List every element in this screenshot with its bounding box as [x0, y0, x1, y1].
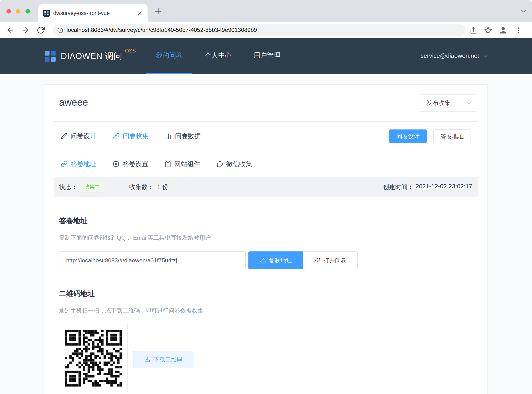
publish-collect-select[interactable]: 发布收集 [419, 95, 477, 112]
window-minimize-button[interactable] [16, 9, 20, 14]
survey-title: aweee [59, 97, 88, 108]
window-close-button[interactable] [6, 9, 11, 14]
tab-survey-design[interactable]: 问卷设计 [61, 132, 96, 141]
qr-description: 通过手机扫一扫，或下载二维码，即可进行问卷数据收集。 [59, 307, 209, 314]
main-nav: 我的问卷 个人中心 用户管理 [146, 38, 293, 74]
tab-survey-data[interactable]: 问卷数据 [165, 132, 201, 141]
download-qr-button[interactable]: 下载二维码 [133, 351, 193, 368]
pencil-icon [61, 133, 68, 140]
answer-url-description: 复制下面的问卷链接到QQ， Email等工具中直接发给被用户 [59, 234, 211, 242]
download-icon [144, 357, 150, 363]
browser-toolbar: localhost:8083/#/dw/survey/c/url/c98fa14… [0, 22, 532, 38]
reload-icon[interactable] [37, 26, 45, 34]
brand-logo-icon [44, 50, 56, 62]
tab-close-icon[interactable] [137, 10, 143, 16]
survey-tabs: 问卷设计 问卷收集 问卷数据 [61, 127, 201, 146]
qr-code-container [59, 324, 128, 392]
qr-code [65, 330, 122, 387]
site-info-icon[interactable] [57, 27, 63, 33]
divider [54, 121, 478, 122]
select-chevron-icon [466, 100, 472, 106]
tab-survey-collect[interactable]: 问卷收集 [113, 132, 149, 141]
page-background: aweee 发布收集 问卷设计 问卷收集 问卷数据 [0, 74, 532, 394]
answer-url-button[interactable]: 答卷地址 [433, 130, 471, 143]
created-time: 创建时间： 2021-12-02 23:02:17 [383, 183, 472, 191]
brand-logo[interactable]: DIAOWEN 调问 OSS [44, 38, 136, 74]
brand-name: DIAOWEN 调问 [61, 51, 122, 62]
address-bar[interactable]: localhost:8083/#/dw/survey/c/url/c98fa14… [53, 24, 465, 36]
nav-item-personal-center[interactable]: 个人中心 [195, 38, 241, 74]
open-survey-button[interactable]: 打开问卷 [303, 251, 358, 269]
divider [54, 150, 478, 150]
window-zoom-button[interactable] [25, 9, 30, 14]
browser-tab[interactable]: dwsurvey-oss-front-vue [38, 4, 148, 22]
status-bar: 状态： 收集中 收集数： 1 份 创建时间： 2021-12-02 23:02:… [54, 177, 478, 197]
bar-chart-icon [165, 133, 172, 140]
gear-icon [113, 161, 119, 167]
account-menu[interactable]: service@diaowen.net [420, 38, 489, 74]
clipboard-icon [165, 161, 171, 167]
nav-item-my-surveys[interactable]: 我的问卷 [146, 38, 192, 74]
survey-url-input[interactable] [59, 251, 246, 269]
account-chevron-icon [483, 53, 489, 59]
collect-subtabs: 答卷地址 答卷设置 网站组件 微信收集 [61, 156, 252, 171]
browser-window: dwsurvey-oss-front-vue localhost:8083/#/… [0, 0, 532, 394]
nav-item-user-management[interactable]: 用户管理 [244, 38, 290, 74]
link-icon [113, 133, 120, 140]
chat-bubble-icon [217, 161, 223, 167]
design-survey-button[interactable]: 问卷设计 [389, 130, 427, 143]
share-icon[interactable] [470, 26, 477, 34]
brand-badge: OSS [125, 48, 136, 54]
browser-tabstrip: dwsurvey-oss-front-vue [0, 0, 532, 22]
url-text: localhost:8083/#/dw/survey/c/url/c98fa14… [67, 27, 257, 33]
status-label: 状态： [59, 183, 77, 191]
toolbar-right [470, 26, 522, 35]
new-tab-button[interactable] [153, 6, 163, 16]
app-header: DIAOWEN 调问 OSS 我的问卷 个人中心 用户管理 service@di… [0, 38, 532, 74]
forward-icon[interactable] [21, 26, 30, 34]
bookmark-star-icon[interactable] [484, 26, 492, 34]
survey-card: aweee 发布收集 问卷设计 问卷收集 问卷数据 [44, 84, 488, 394]
copy-url-button[interactable]: 复制地址 [248, 251, 303, 269]
back-icon[interactable] [6, 26, 14, 34]
subtab-answer-settings[interactable]: 答卷设置 [113, 160, 148, 168]
subtab-site-widget[interactable]: 网站组件 [165, 160, 200, 168]
account-email: service@diaowen.net [420, 52, 479, 59]
browser-menu-icon[interactable] [514, 26, 522, 34]
link-icon [61, 161, 68, 167]
tab-favicon [43, 10, 50, 17]
answer-url-heading: 答卷地址 [59, 216, 88, 226]
qr-heading: 二维码地址 [59, 289, 95, 299]
tab-title: dwsurvey-oss-front-vue [53, 10, 133, 16]
collect-count-label: 收集数： [129, 183, 154, 191]
status-badge: 收集中 [80, 181, 104, 192]
tab-list-chevron-icon[interactable] [520, 7, 527, 15]
subtab-wechat-collect[interactable]: 微信收集 [217, 160, 252, 168]
profile-avatar-icon[interactable] [499, 26, 508, 35]
collect-count-value: 1 份 [157, 183, 168, 191]
copy-icon [259, 257, 266, 264]
subtab-answer-url[interactable]: 答卷地址 [61, 160, 96, 168]
link-icon [314, 257, 320, 264]
